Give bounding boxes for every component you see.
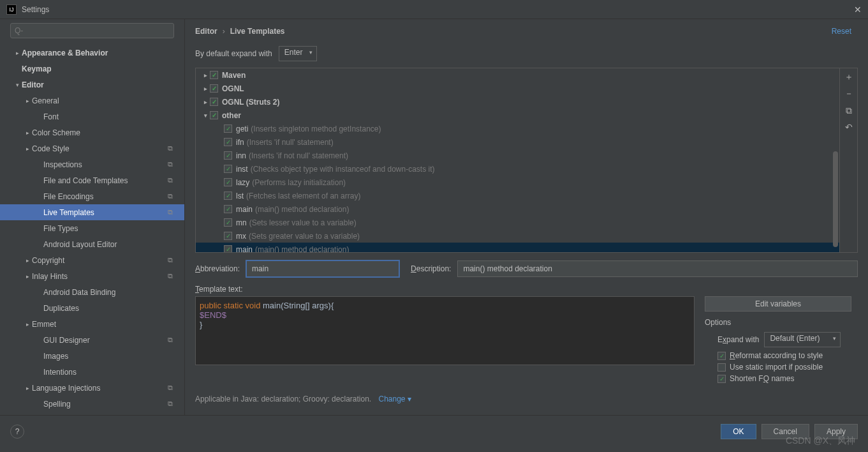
template-item[interactable]: ✓main (main() method declaration) [196,243,839,252]
template-item[interactable]: ✓main (main() method declaration) [196,202,839,216]
sidebar-item-intentions[interactable]: Intentions [0,364,184,380]
sidebar-item-label: Live Templates [43,208,168,217]
default-expand-select[interactable]: Enter [279,46,318,61]
project-icon: ⧉ [168,400,177,409]
sidebar-item-inspections[interactable]: Inspections⧉ [0,156,184,172]
abbr-desc-row: Abbreviation: Description: [185,253,868,280]
arrow-icon: ▸ [23,273,32,280]
template-name: ifn [236,138,244,147]
sidebar-item-color-scheme[interactable]: ▸Color Scheme [0,124,184,140]
app-icon: IJ [6,4,17,15]
template-item[interactable]: ✓inst (Checks object type with instanceo… [196,162,839,176]
add-icon[interactable]: ＋ [842,71,855,84]
sidebar-item-keymap[interactable]: Keymap [0,61,184,77]
change-link[interactable]: Change ▾ [379,395,411,403]
template-item[interactable]: ✓geti (Inserts singleton method getInsta… [196,122,839,135]
reset-link[interactable]: Reset [832,27,851,36]
cancel-button[interactable]: Cancel [761,424,809,439]
arrow-icon: ▸ [23,257,32,264]
ok-button[interactable]: OK [721,424,756,439]
sidebar-item-images[interactable]: Images [0,348,184,364]
chevron-right-icon: › [223,27,225,36]
checkbox-icon[interactable]: ✓ [224,138,232,146]
sidebar-item-general[interactable]: ▸General [0,93,184,109]
checkbox-icon[interactable]: ✓ [224,218,232,227]
sidebar-item-android-layout-editor[interactable]: Android Layout Editor [0,236,184,252]
sidebar-item-label: Duplicates [43,304,184,313]
help-button[interactable]: ? [10,425,24,439]
project-icon: ⧉ [168,192,177,201]
sidebar-item-gui-designer[interactable]: GUI Designer⧉ [0,332,184,348]
template-item[interactable]: ✓ifn (Inserts 'if null' statement) [196,135,839,149]
sidebar-item-textmate-bundles[interactable]: TextMate Bundles [0,412,184,415]
checkbox-icon[interactable]: ✓ [224,245,232,252]
template-group[interactable]: ▸✓OGNL (Struts 2) [196,95,839,109]
sidebar-item-label: Inspections [43,160,168,169]
template-desc: (Performs lazy initialization) [252,178,346,187]
checkbox-icon[interactable]: ✓ [224,205,232,213]
checkbox-icon[interactable]: ✓ [224,165,232,173]
template-desc: (main() method declaration) [255,245,349,253]
template-item[interactable]: ✓mn (Sets lesser value to a variable) [196,216,839,229]
sidebar-item-spelling[interactable]: Spelling⧉ [0,396,184,412]
template-item[interactable]: ✓mx (Sets greater value to a variable) [196,229,839,243]
sidebar-item-code-style[interactable]: ▸Code Style⧉ [0,140,184,156]
expand-with-select[interactable]: Default (Enter) [764,332,841,347]
sidebar-item-label: Code Style [32,144,168,153]
template-group[interactable]: ▸✓Maven [196,68,839,82]
copy-icon[interactable]: ⧉ [842,104,855,117]
checkbox-icon[interactable]: ✓ [224,178,232,186]
search-input[interactable] [10,23,174,38]
sidebar-item-language-injections[interactable]: ▸Language Injections⧉ [0,380,184,396]
revert-icon[interactable]: ↶ [842,121,855,133]
sidebar-item-inlay-hints[interactable]: ▸Inlay Hints⧉ [0,268,184,284]
template-desc: (main() method declaration) [255,205,349,214]
settings-tree[interactable]: ▸Appearance & BehaviorKeymap▾Editor▸Gene… [0,42,184,415]
checkbox-icon[interactable]: ✓ [717,375,726,383]
default-expand-row: By default expand with Enter [185,43,868,68]
sidebar-item-emmet[interactable]: ▸Emmet [0,316,184,332]
template-group[interactable]: ▸✓OGNL [196,82,839,95]
sidebar-item-font[interactable]: Font [0,109,184,124]
template-item[interactable]: ✓lazy (Performs lazy initialization) [196,176,839,189]
checkbox-icon[interactable]: ✓ [210,84,218,93]
template-text-area[interactable]: public static void main(String[] args){ … [195,296,695,365]
template-group[interactable]: ▾✓other [196,109,839,122]
checkbox-icon[interactable]: ✓ [224,192,232,200]
opt-static-import[interactable]: ✓Use static import if possible [705,363,858,372]
sidebar-item-file-types[interactable]: File Types [0,220,184,236]
sidebar-item-copyright[interactable]: ▸Copyright⧉ [0,252,184,268]
applicable-row: Applicable in Java: declaration; Groovy:… [185,386,868,412]
crumb-root[interactable]: Editor [195,27,217,36]
scrollbar-thumb[interactable] [833,151,838,247]
apply-button[interactable]: Apply [814,424,858,439]
checkbox-icon[interactable]: ✓ [224,124,232,133]
sidebar-item-label: General [32,96,184,105]
sidebar-item-file-and-code-templates[interactable]: File and Code Templates⧉ [0,172,184,188]
sidebar-item-file-encodings[interactable]: File Encodings⧉ [0,188,184,204]
checkbox-icon[interactable]: ✓ [210,71,218,79]
checkbox-icon[interactable]: ✓ [210,98,218,106]
sidebar-item-label: File Types [43,224,184,233]
opt-shorten-fq[interactable]: ✓Shorten FQ names [705,374,858,383]
checkbox-icon[interactable]: ✓ [717,352,726,360]
abbreviation-input[interactable] [246,260,399,277]
edit-variables-button[interactable]: Edit variables [705,296,851,312]
sidebar-item-duplicates[interactable]: Duplicates [0,300,184,316]
sidebar-item-editor[interactable]: ▾Editor [0,77,184,93]
sidebar-item-appearance-behavior[interactable]: ▸Appearance & Behavior [0,45,184,61]
checkbox-icon[interactable]: ✓ [224,151,232,160]
description-input[interactable] [457,260,858,277]
checkbox-icon[interactable]: ✓ [224,232,232,240]
template-item[interactable]: ✓inn (Inserts 'if not null' statement) [196,149,839,162]
template-item[interactable]: ✓lst (Fetches last element of an array) [196,189,839,202]
opt-reformat[interactable]: ✓Reformat according to style [705,351,858,360]
sidebar-item-label: Android Layout Editor [43,240,184,249]
sidebar-item-android-data-binding[interactable]: Android Data Binding [0,284,184,300]
template-list[interactable]: ▸✓Maven▸✓OGNL▸✓OGNL (Struts 2)▾✓other✓ge… [196,68,839,252]
checkbox-icon[interactable]: ✓ [717,363,726,372]
close-icon[interactable]: ✕ [854,4,862,15]
sidebar-item-live-templates[interactable]: Live Templates⧉ [0,204,184,220]
checkbox-icon[interactable]: ✓ [210,111,218,119]
remove-icon[interactable]: － [842,87,855,100]
